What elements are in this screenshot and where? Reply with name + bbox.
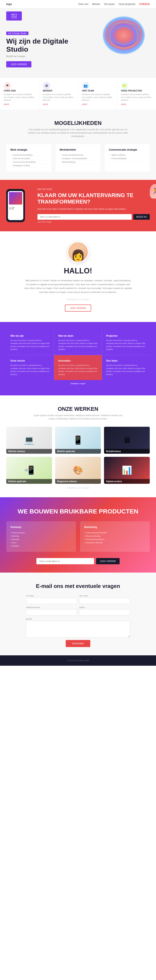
info-card-over-title: OVER ONS — [4, 89, 35, 92]
footer-text: © 2024 Art & Design Studio — [6, 660, 150, 662]
werken-item-5[interactable]: 🎨 Reagerend ontwerp — [55, 457, 101, 484]
werken-icon-4: 📲 — [24, 465, 34, 475]
cta-submit-button[interactable]: BESEK NU — [133, 214, 150, 220]
werken-item-1[interactable]: 💻 Website ontwerp — [6, 427, 52, 454]
hero-graphic — [98, 13, 150, 58]
purple-card-wat: Wat we doen Dit anim irure dolor in repr… — [54, 330, 102, 355]
info-card-team-link[interactable]: MEER — [82, 103, 113, 105]
email-title: E-mail ons met eventuele vragen — [6, 583, 150, 589]
form-input-naam[interactable] — [26, 598, 77, 604]
purple-wie-title: Wie we zijn — [10, 334, 50, 337]
purple-team-text: Dit anim irure dolor in reprehenderit in… — [106, 364, 146, 376]
info-card-team-text: Excepteur sint occaecat cupidatat non pr… — [82, 93, 113, 102]
purple-innovaties-text: Dit anim irure dolor in reprehenderit in… — [58, 364, 98, 376]
nav-link-cursus[interactable]: CURSUS — [139, 3, 150, 6]
bouwen-ontwerp-title: Ontwerp — [10, 525, 72, 528]
mogelijkheden-subtitle: Het resultaat van ons bedrijfsadviesgesp… — [26, 128, 130, 138]
purple-wat-title: Wat we doen — [58, 334, 98, 337]
form-textarea-bericht[interactable] — [26, 621, 130, 638]
werken-item-6[interactable]: 📊 Digitaal product — [104, 457, 150, 484]
purple-innovaties-title: Innovaties — [58, 359, 98, 362]
bouwen-marketing-title: Marketing — [84, 525, 146, 528]
form-input-telefoon[interactable] — [26, 609, 77, 616]
nav-link-over[interactable]: Over ons — [79, 3, 88, 6]
bouwen-marketing-item1: Zoekmachineoptimalisatie — [84, 531, 146, 535]
info-card-beheer-link[interactable]: MEER — [43, 103, 74, 105]
form-input-email[interactable] — [79, 598, 130, 604]
hero-text: Art & Design Studio Wij zijn de Digitale… — [6, 31, 77, 67]
werken-icon-5: 🎨 — [73, 465, 83, 475]
info-card-over-link[interactable]: MEER — [4, 103, 35, 105]
bouwen-submit-button[interactable]: LEES VERDER — [96, 558, 120, 564]
cta-bottom-link[interactable]: Aanmeld morgen — [37, 221, 150, 223]
purple-missie-title: Onze missie — [10, 359, 50, 362]
info-card-projecten: 📁 ONZE PROJECTEN Excepteur sint occaecat… — [117, 78, 156, 110]
info-card-beheer: ⚙ BEHEER Excepteur sint occaecat cupidat… — [39, 78, 78, 110]
werken-label-5: Reagerend ontwerp — [55, 479, 101, 484]
info-card-projecten-title: ONZE PROJECTEN — [121, 89, 152, 92]
bouwen-ontwerp-item3: Illustratie — [10, 538, 72, 541]
cta-title: KLAAR OM UW KLANTERVARING TE TRANSFORMER… — [37, 192, 150, 205]
form-field-bedrijf: Bedrijf — [79, 606, 130, 616]
hero-title: Wij zijn de Digitale Studio — [6, 37, 77, 53]
mog-merk-title: Merk strategie — [10, 148, 47, 151]
purple-team-title: Ons team — [106, 359, 146, 362]
werken-item-3[interactable]: 🖥 Bedrijfontwerp — [104, 427, 150, 454]
studio-design: DESIGN — [9, 16, 19, 17]
form-submit-button[interactable]: Verzenden — [66, 640, 90, 647]
purple-wat-text: Dit anim irure dolor in reprehenderit in… — [58, 339, 98, 351]
bouwen-email-input[interactable] — [36, 558, 94, 564]
form-input-bedrijf[interactable] — [79, 609, 130, 616]
werken-section: ONZE WERKEN Quam quisque id diam vel qua… — [0, 395, 156, 497]
info-card-over: 👁 OVER ONS Excepteur sint occaecat cupid… — [0, 78, 39, 110]
info-card-projecten-link[interactable]: MEER — [121, 103, 152, 105]
team-icon: 👥 — [82, 82, 89, 89]
nav-link-projecten[interactable]: Onze projecten — [119, 3, 135, 6]
mog-card-merk: Merk strategie Emotionele beoordeling Au… — [6, 144, 51, 172]
purple-card-team: Ons team Dit anim irure dolor in reprehe… — [102, 355, 150, 380]
info-card-beheer-text: Excepteur sint occaecat cupidatat non pr… — [43, 93, 74, 102]
hero-cta-button[interactable]: LEES VERDER — [6, 61, 31, 67]
werken-icon-3: 🖥 — [123, 436, 131, 445]
mog-identiteit-list: Visueel identiteitssysteem Pictogram- en… — [60, 153, 96, 164]
bouwen-marketing-item2: Inhoudsmarketing — [84, 535, 146, 538]
purple-card-innovaties: Innovaties Dit anim irure dolor in repre… — [54, 355, 102, 380]
hallo-credit: Afbeeldingen van Unsplash — [6, 298, 150, 301]
media-link[interactable]: Mediafann vragen — [6, 380, 150, 387]
form-field-naam: Uw naam — [26, 595, 77, 604]
form-label-telefoon: Telefoonnummer — [26, 606, 77, 608]
info-cards-row: 👁 OVER ONS Excepteur sint occaecat cupid… — [0, 78, 156, 110]
werken-item-4[interactable]: 📲 Mobiele applicatie — [6, 457, 52, 484]
werken-grid: 💻 Website ontwerp 📱 Mobiele applicatie 🖥… — [6, 427, 150, 484]
cta-text: Duis anim irure dolor in reprehenderit i… — [37, 207, 150, 211]
purple-card-missie: Onze missie Dit anim irure dolor in repr… — [6, 355, 54, 380]
werken-label-3: Bedrijfontwerp — [104, 449, 150, 454]
form-field-telefoon: Telefoonnummer — [26, 606, 77, 616]
mog-communicatie-item1: Tagline-verfijning — [109, 153, 146, 157]
werken-icon-6: 📊 — [122, 465, 132, 475]
cta-form: BESEK NU — [37, 214, 150, 220]
logo: logo — [6, 3, 12, 6]
cta-content: WAT WE DOEN KLAAR OM UW KLANTERVARING TE… — [37, 188, 150, 223]
mog-merk-item2: Audit van het publiek — [10, 157, 47, 161]
nav-link-beheer[interactable]: Beheer — [92, 3, 100, 6]
mog-identiteit-title: Merkidentiteit — [60, 148, 96, 151]
werken-item-2[interactable]: 📱 Mobiele applicatie — [55, 427, 101, 454]
projecten-icon: 📁 — [121, 82, 128, 89]
mogelijkheden-title: MOGELIJKHEDEN — [6, 120, 150, 126]
phone-stat1: ▲ 12.3k — [9, 207, 22, 208]
studio-art: ART & — [9, 13, 19, 16]
bouwen-form: LEES VERDER — [36, 558, 120, 564]
phone-stat2: ●● ●●● — [9, 208, 22, 210]
cta-email-input[interactable] — [37, 214, 132, 220]
werken-subtitle: Quam quisque id diam vel quam elementum.… — [31, 414, 125, 420]
werken-label-2: Mobiele applicatie — [55, 449, 101, 454]
info-card-over-text: Excepteur sint occaecat cupidatat non pr… — [4, 93, 35, 102]
bouwen-ontwerp-item2: Branding — [10, 535, 72, 538]
hallo-button[interactable]: LEES VERDER — [65, 305, 91, 312]
bouwen-ontwerp-list: Productontwerp Branding Illustratie UI/U… — [10, 531, 72, 548]
nav-link-team[interactable]: Ons team — [104, 3, 115, 6]
bouwen-card-marketing: Marketing Zoekmachineoptimalisatie Inhou… — [80, 521, 150, 552]
mog-identiteit-item3: Merkverpakking — [60, 161, 96, 164]
hero-subtitle: Bedrijf van morgen — [6, 55, 77, 57]
